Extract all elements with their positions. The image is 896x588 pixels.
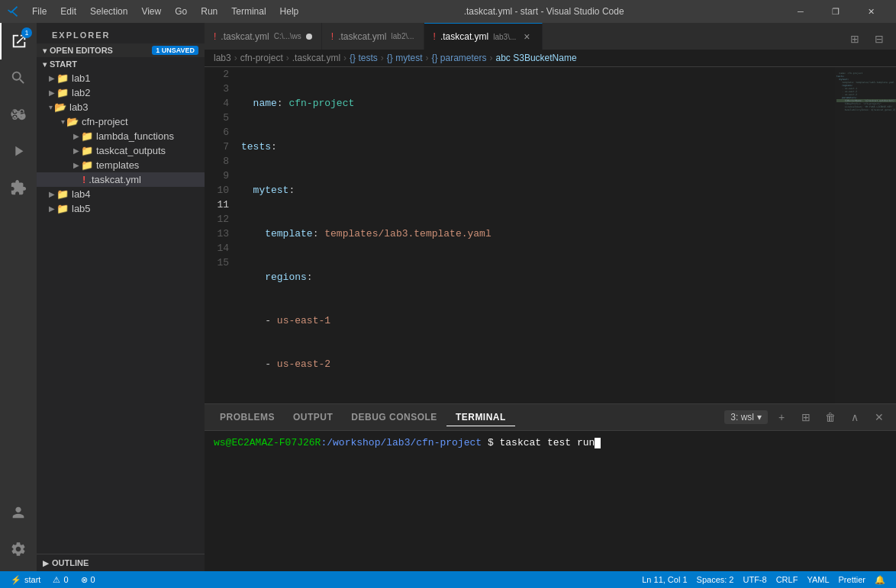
- panel-tab-output[interactable]: OUTPUT: [284, 409, 342, 426]
- settings-activity-icon[interactable]: [0, 531, 37, 567]
- open-editors-label: OPEN EDITORS: [50, 46, 113, 55]
- tab-2-path: lab2\...: [392, 32, 414, 40]
- status-formatter[interactable]: Prettier: [834, 571, 870, 588]
- terminal-command: taskcat test run: [499, 437, 595, 448]
- close-panel-button[interactable]: ✕: [869, 406, 890, 428]
- sidebar-item-cfn-project[interactable]: ▾ 📂 cfn-project: [37, 114, 205, 129]
- kill-terminal-button[interactable]: 🗑: [820, 406, 841, 428]
- source-control-activity-icon[interactable]: [0, 96, 37, 133]
- lab2-label: lab2: [72, 87, 91, 98]
- sidebar-item-templates[interactable]: ▶ 📁 templates: [37, 158, 205, 172]
- sidebar-item-taskcat-outputs[interactable]: ▶ 📁 taskcat_outputs: [37, 143, 205, 158]
- lab5-label: lab5: [72, 203, 91, 214]
- line-num-3: 3: [205, 82, 229, 96]
- open-editors-section[interactable]: ▾ OPEN EDITORS 1 UNSAVED: [37, 43, 205, 57]
- status-errors-count: 0: [91, 575, 95, 584]
- code-area[interactable]: name: cfn-project tests: mytest: templat…: [235, 67, 835, 403]
- breadcrumb-tests[interactable]: {} tests: [350, 53, 378, 63]
- lambda-label: lambda_functions: [96, 130, 174, 142]
- tab-taskcat-3[interactable]: ! .taskcat.yml lab3\... ×: [424, 23, 543, 50]
- split-terminal-button[interactable]: ⊞: [795, 406, 817, 428]
- activity-bar: 1: [0, 23, 37, 571]
- tab-taskcat-2[interactable]: ! .taskcat.yml lab2\...: [322, 23, 424, 50]
- sidebar: EXPLORER ▾ OPEN EDITORS 1 UNSAVED ▾ STAR…: [37, 23, 205, 571]
- menu-go[interactable]: Go: [169, 5, 193, 18]
- status-language[interactable]: YAML: [802, 571, 833, 588]
- breadcrumb-mytest[interactable]: {} mytest: [387, 53, 423, 63]
- line-numbers: 2 3 4 5 6 7 8 9 10 11 12 13 14 15: [205, 67, 235, 403]
- lab2-chevron-icon: ▶: [49, 88, 55, 97]
- sidebar-item-taskcat-yml[interactable]: ! .taskcat.yml: [37, 172, 205, 187]
- start-section[interactable]: ▾ START: [37, 57, 205, 71]
- sidebar-item-lab2[interactable]: ▶ 📁 lab2: [37, 85, 205, 100]
- terminal-content[interactable]: ws@EC2AMAZ-F07J26R:/workshop/lab3/cfn-pr…: [205, 431, 896, 571]
- panel-tab-terminal[interactable]: TERMINAL: [446, 409, 515, 426]
- editor-content[interactable]: 2 3 4 5 6 7 8 9 10 11 12 13 14 15 name:: [205, 67, 835, 403]
- breadcrumb-cfn-project[interactable]: cfn-project: [240, 53, 283, 63]
- status-eol[interactable]: CRLF: [772, 571, 803, 588]
- breadcrumb-taskcat-yml[interactable]: .taskcat.yml: [292, 53, 340, 63]
- breadcrumb-lab3[interactable]: lab3: [214, 53, 231, 63]
- status-encoding[interactable]: UTF-8: [738, 571, 771, 588]
- menu-terminal[interactable]: Terminal: [225, 5, 272, 18]
- split-editor-button[interactable]: ⊞: [844, 28, 865, 50]
- line-num-9: 9: [205, 169, 229, 183]
- menu-file[interactable]: File: [26, 5, 53, 18]
- add-terminal-button[interactable]: +: [771, 406, 792, 428]
- menu-help[interactable]: Help: [274, 5, 305, 18]
- panel-tab-problems[interactable]: PROBLEMS: [211, 409, 284, 426]
- sidebar-item-lab4[interactable]: ▶ 📁 lab4: [37, 187, 205, 201]
- status-warnings[interactable]: ⚠ 0: [48, 571, 73, 588]
- breadcrumb-parameters[interactable]: {} parameters: [431, 53, 486, 63]
- editor-layout-button[interactable]: ⊟: [869, 28, 890, 50]
- sidebar-item-lab3[interactable]: ▾ 📂 lab3: [37, 100, 205, 114]
- lab2-folder-icon: 📁: [56, 87, 69, 98]
- status-errors[interactable]: ⊗ 0: [76, 571, 100, 588]
- explorer-activity-icon[interactable]: 1: [0, 23, 37, 59]
- vscode-icon: [8, 5, 20, 18]
- search-activity-icon[interactable]: [0, 59, 37, 96]
- templates-folder-icon: 📁: [81, 159, 93, 171]
- tab-actions: ⊞ ⊟: [838, 28, 896, 50]
- accounts-activity-icon[interactable]: [0, 494, 37, 531]
- tab-3-close-button[interactable]: ×: [521, 31, 533, 43]
- start-label: START: [50, 59, 77, 69]
- menu-edit[interactable]: Edit: [54, 5, 82, 18]
- main-layout: 1 EXPLORER ▾ OPEN EDITORS 1 UNSAV: [0, 23, 896, 571]
- panel-tab-debug-console[interactable]: DEBUG CONSOLE: [342, 409, 446, 426]
- taskcat-yml-icon: !: [82, 174, 85, 185]
- status-position[interactable]: Ln 11, Col 1: [637, 571, 691, 588]
- status-branch[interactable]: ⚡ start: [6, 571, 45, 588]
- status-spaces[interactable]: Spaces: 2: [692, 571, 739, 588]
- terminal-selector[interactable]: 3: wsl ▾: [724, 410, 768, 424]
- line-num-2: 2: [205, 67, 229, 82]
- sidebar-item-lambda-functions[interactable]: ▶ 📁 lambda_functions: [37, 129, 205, 143]
- extensions-activity-icon[interactable]: [0, 169, 37, 206]
- menu-selection[interactable]: Selection: [84, 5, 134, 18]
- status-notifications[interactable]: 🔔: [870, 571, 890, 588]
- close-button[interactable]: ✕: [853, 0, 888, 23]
- menu-run[interactable]: Run: [195, 5, 224, 18]
- sidebar-item-lab1[interactable]: ▶ 📁 lab1: [37, 71, 205, 85]
- run-debug-activity-icon[interactable]: [0, 133, 37, 169]
- status-spaces-label: Spaces: 2: [697, 575, 734, 584]
- maximize-panel-button[interactable]: ∧: [844, 406, 865, 428]
- status-position-label: Ln 11, Col 1: [642, 575, 687, 584]
- code-line-6: regions:: [241, 270, 835, 284]
- status-branch-label: start: [24, 575, 40, 584]
- minimize-button[interactable]: ─: [783, 0, 818, 23]
- maximize-button[interactable]: ❐: [818, 0, 853, 23]
- terminal-dollar: $: [482, 437, 499, 448]
- status-warnings-count: 0: [63, 575, 68, 584]
- outline-section[interactable]: ▶ OUTLINE: [37, 554, 205, 571]
- sidebar-title: EXPLORER: [37, 23, 205, 43]
- breadcrumb-s3bucketname[interactable]: abc S3BucketName: [496, 53, 577, 63]
- taskcat-yml-label: .taskcat.yml: [89, 174, 141, 185]
- menu-view[interactable]: View: [135, 5, 167, 18]
- sidebar-item-lab5[interactable]: ▶ 📁 lab5: [37, 201, 205, 216]
- outline-label: OUTLINE: [52, 558, 89, 567]
- tab-taskcat-1[interactable]: ! .taskcat.yml C:\...\ws: [205, 23, 322, 50]
- lab5-chevron-icon: ▶: [49, 204, 55, 213]
- lambda-chevron-icon: ▶: [73, 132, 79, 140]
- line-num-12: 12: [205, 212, 229, 227]
